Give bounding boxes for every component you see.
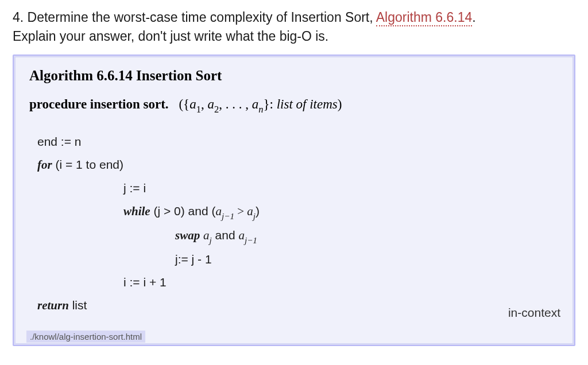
params-open: ({ (179, 97, 189, 111)
subj-s: j (210, 236, 212, 245)
params-close: }: (263, 97, 276, 111)
line-return: return list (37, 294, 559, 317)
line-j-init: j := i (37, 177, 559, 200)
algorithm-inner: Algorithm 6.6.14 Insertion Sort procedur… (16, 57, 572, 344)
close-paren: ) (338, 97, 342, 111)
dots: , . . . , (219, 97, 252, 111)
gt: > (234, 204, 247, 218)
in-context-link[interactable]: in-context (508, 306, 560, 320)
while-rest2: ) (256, 204, 260, 218)
question-explain: Explain your answer, don't just write wh… (13, 29, 328, 44)
ajm1-s: a (238, 228, 245, 242)
question-text: 4. Determine the worst-case time complex… (13, 8, 575, 46)
swap-keyword: swap (175, 228, 200, 242)
and-text: and (212, 228, 239, 242)
a2: a (207, 97, 214, 111)
aj-w: a (247, 204, 253, 218)
line-while: while (j > 0) and (aj−1 > aj) (37, 200, 559, 224)
while-keyword: while (123, 204, 150, 218)
algorithm-box: Algorithm 6.6.14 Insertion Sort procedur… (13, 55, 575, 347)
footer-path: ./knowl/alg-insertion-sort.html (26, 331, 145, 343)
procedure-line: procedure insertion sort. ({a1, a2, . . … (29, 96, 559, 115)
return-rest: list (69, 298, 87, 312)
line-i-inc: i := i + 1 (37, 271, 559, 294)
for-rest: (i = 1 to end) (52, 158, 123, 171)
question-number: 4. (13, 10, 24, 25)
algorithm-title: Algorithm 6.6.14 Insertion Sort (29, 68, 559, 84)
question-suffix: . (472, 10, 475, 25)
line-swap: swap aj and aj−1 (37, 224, 559, 248)
subn: n (258, 104, 263, 115)
algorithm-link[interactable]: Algorithm 6.6.14 (376, 10, 472, 26)
for-keyword: for (37, 158, 52, 172)
sub2: 2 (214, 104, 219, 115)
procedure-keyword: procedure insertion sort. (29, 97, 169, 111)
while-rest1: (j > 0) and ( (150, 204, 216, 218)
aj-s: a (203, 228, 210, 242)
code-block: end := n for (i = 1 to end) j := i while… (29, 130, 559, 317)
question-prefix: Determine the worst-case time complexity… (28, 10, 376, 25)
subj-w: j (253, 212, 256, 221)
line-end: end := n (37, 130, 559, 153)
sub1: 1 (196, 104, 201, 115)
line-j-dec: j:= j - 1 (37, 248, 559, 271)
procedure-args: ({a1, a2, . . . , an}: list of items) (172, 97, 342, 111)
a1: a (189, 97, 196, 111)
line-for: for (i = 1 to end) (37, 153, 559, 177)
list-label: list of items (277, 97, 338, 111)
subjm1-s: j−1 (245, 236, 257, 245)
an: a (252, 97, 259, 111)
return-keyword: return (37, 298, 69, 312)
subjm1-w: j−1 (222, 212, 234, 221)
ajm1-w: a (216, 204, 222, 218)
